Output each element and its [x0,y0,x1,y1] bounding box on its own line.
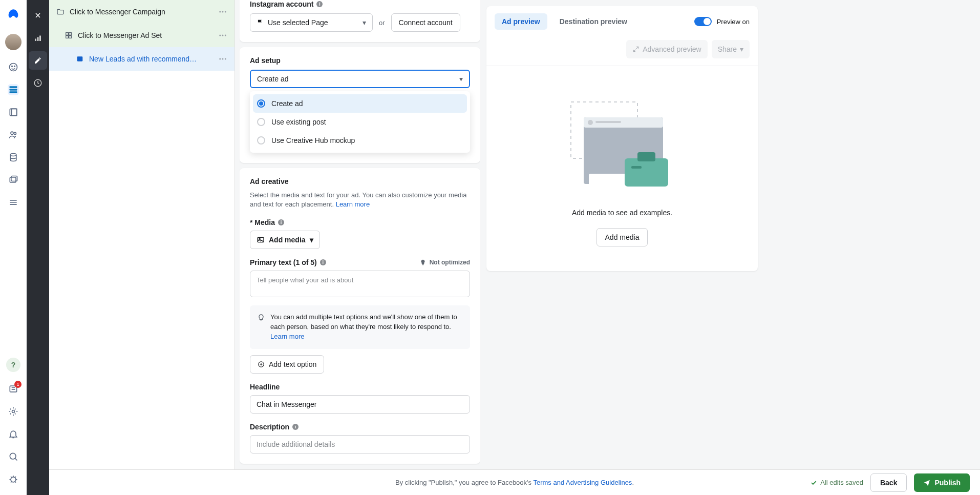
folder-icon [56,8,65,16]
dropdown-option-existing-post[interactable]: Use existing post [253,113,467,131]
ads-reporting-icon[interactable] [8,107,19,118]
media-label: * Media [250,218,275,226]
or-text: or [379,19,385,27]
preview-panel: Ad preview Destination preview Preview o… [486,6,758,271]
publish-button[interactable]: Publish [914,473,970,492]
not-optimized-badge: Not optimized [419,259,470,266]
more-icon[interactable] [218,7,227,16]
instagram-page-select[interactable]: Use selected Page ▾ [250,13,373,32]
learn-more-link[interactable]: Learn more [336,200,370,208]
back-button[interactable]: Back [870,473,907,492]
svg-point-15 [10,453,16,459]
info-icon[interactable]: i [278,219,284,225]
description-input[interactable] [250,435,470,453]
preview-empty-message: Add media to see ad examples. [572,209,672,217]
settings-icon[interactable] [8,406,19,417]
ad-creative-description: Select the media and text for your ad. Y… [250,191,470,209]
svg-rect-31 [77,56,83,61]
bug-icon[interactable] [8,473,19,485]
primary-text-input[interactable] [250,271,470,297]
svg-rect-3 [10,86,17,88]
billing-icon[interactable] [8,152,19,163]
svg-rect-5 [10,91,17,93]
connect-account-button[interactable]: Connect account [391,13,460,32]
svg-rect-40 [584,117,663,128]
chevron-down-icon: ▾ [740,45,743,53]
info-icon[interactable]: i [320,259,326,265]
svg-point-32 [219,58,221,60]
events-icon[interactable] [8,174,19,185]
grid-icon [65,31,73,39]
user-avatar[interactable] [5,34,22,50]
add-media-button[interactable]: Add media ▾ [250,231,320,249]
tree-adset-label: Click to Messenger Ad Set [78,31,218,39]
svg-point-10 [10,154,16,156]
svg-point-28 [219,35,221,36]
terms-link[interactable]: Terms and Advertising Guidelines [533,479,632,486]
svg-rect-43 [589,174,627,193]
more-icon[interactable] [218,31,227,40]
tree-campaign[interactable]: Click to Messenger Campaign [49,0,235,24]
svg-point-41 [588,120,593,125]
share-button[interactable]: Share ▾ [712,40,750,58]
edit-icon[interactable] [29,51,47,70]
chart-icon[interactable] [29,29,47,47]
info-icon[interactable]: i [292,424,299,430]
tree-ad[interactable]: New Leads ad with recommend… [49,47,235,71]
tab-destination-preview[interactable]: Destination preview [552,13,634,30]
svg-point-21 [219,11,221,13]
add-text-option-button[interactable]: Add text option [250,355,324,374]
chevron-down-icon: ▾ [310,236,313,244]
ad-icon [76,55,84,63]
headline-input[interactable] [250,395,470,414]
check-icon [810,479,817,486]
preview-add-media-button[interactable]: Add media [596,228,648,246]
flag-icon [257,19,264,26]
instagram-label: Instagram account [250,0,313,8]
ad-setup-dropdown: Create ad Use existing post Use Creative… [250,91,470,153]
svg-rect-17 [35,39,36,42]
svg-point-22 [222,11,224,13]
primary-text-label: Primary text (1 of 5) [250,258,317,266]
help-button[interactable]: ? [6,358,20,372]
news-icon[interactable]: 1 [8,383,19,395]
audiences-icon[interactable] [8,129,19,140]
all-tools-icon[interactable] [8,197,19,208]
bulb-icon [419,259,427,266]
search-icon[interactable] [8,451,19,462]
dropdown-option-create-ad[interactable]: Create ad [253,94,467,113]
svg-point-8 [11,132,13,134]
home-icon[interactable] [8,61,19,73]
news-badge: 1 [14,381,22,388]
radio-on-icon [257,99,265,108]
radio-off-icon [257,136,265,145]
ad-setup-title: Ad setup [250,56,470,65]
structure-tree: Click to Messenger Campaign Click to Mes… [49,0,235,495]
tree-adset[interactable]: Click to Messenger Ad Set [49,24,235,47]
description-label: Description [250,423,289,431]
more-icon[interactable] [218,54,227,64]
svg-point-16 [11,477,16,482]
footer-agree-text: By clicking "Publish," you agree to Face… [395,479,533,486]
tree-campaign-label: Click to Messenger Campaign [70,8,218,16]
advanced-preview-button[interactable]: Advanced preview [626,40,707,58]
svg-rect-44 [625,158,668,187]
info-icon[interactable]: i [316,1,323,7]
close-button[interactable] [29,6,47,25]
svg-point-14 [12,410,15,413]
ad-setup-select[interactable]: Create ad ▾ [250,70,470,88]
learn-more-link[interactable]: Learn more [270,333,304,340]
svg-rect-42 [595,121,621,123]
history-icon[interactable] [29,74,47,92]
svg-point-33 [222,58,224,60]
tab-ad-preview[interactable]: Ad preview [495,13,547,30]
meta-logo-icon[interactable] [6,8,20,23]
notifications-icon[interactable] [8,428,19,440]
svg-point-1 [12,66,13,67]
dropdown-option-creative-hub[interactable]: Use Creative Hub mockup [253,131,467,150]
preview-toggle[interactable] [694,17,712,26]
preview-on-label: Preview on [717,18,750,26]
svg-rect-4 [10,89,17,90]
send-icon [923,479,930,486]
campaigns-icon[interactable] [8,84,19,95]
